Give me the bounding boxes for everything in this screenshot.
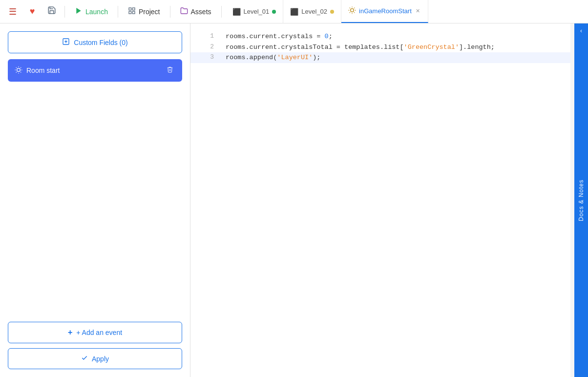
code-token: 'LayerUI' (277, 54, 313, 61)
docs-notes-button[interactable]: Docs & Notes (578, 176, 585, 225)
code-token: rooms (226, 44, 246, 51)
level01-icon: ⬛ (232, 8, 241, 16)
launch-tab-button[interactable]: Launch (69, 4, 114, 20)
docs-notes-chevron-icon: ‹ (574, 27, 588, 34)
main-content: Custom Fields (0) Room start + + Add an … (0, 23, 588, 377)
code-token: .current.crystalsTotal = templates.list[ (246, 44, 404, 51)
custom-fields-icon (62, 38, 70, 47)
code-token: rooms (226, 33, 246, 40)
custom-fields-label: Custom Fields (0) (74, 39, 127, 46)
svg-marker-0 (76, 8, 81, 14)
project-tab-label: Project (139, 8, 160, 16)
code-token: ); (313, 54, 320, 61)
svg-point-15 (17, 68, 21, 71)
left-panel: Custom Fields (0) Room start + + Add an … (0, 23, 190, 377)
svg-rect-1 (129, 8, 131, 10)
editor-tab-strip: ⬛ Level_01 ⬛ Level_02 inGameRoomStart ✕ (226, 0, 428, 23)
code-token: .append( (246, 54, 277, 61)
svg-line-13 (354, 8, 355, 8)
code-token: ; (329, 33, 333, 40)
code-panel: 1 rooms.current.crystals = 0; 2 rooms.cu… (190, 23, 574, 377)
code-token: 'GreenCrystal' (404, 44, 459, 51)
code-editor[interactable]: 1 rooms.current.crystals = 0; 2 rooms.cu… (190, 23, 574, 71)
code-token: .current.crystals = (246, 33, 325, 40)
launch-tab-label: Launch (85, 8, 108, 16)
favorites-button[interactable]: ♥ (23, 3, 41, 21)
save-button[interactable] (43, 3, 61, 21)
code-token: 0 (325, 33, 329, 40)
svg-line-19 (21, 72, 21, 72)
svg-line-23 (21, 67, 21, 67)
svg-rect-3 (129, 11, 131, 14)
room-start-event-item[interactable]: Room start (8, 59, 182, 82)
code-token: rooms (226, 54, 246, 61)
docs-notes-panel[interactable]: ‹ Docs & Notes (574, 23, 588, 377)
svg-rect-2 (132, 8, 135, 10)
event-item-left: Room start (15, 66, 60, 75)
line-number-1: 1 (198, 31, 214, 42)
scrollbar-track[interactable] (570, 23, 574, 377)
toolbar-separator-2 (118, 6, 118, 18)
check-icon (81, 355, 88, 363)
project-tab-button[interactable]: Project (122, 4, 166, 20)
code-text-1: rooms.current.crystals = 0; (226, 31, 333, 42)
heart-icon: ♥ (30, 6, 35, 17)
level02-dot (330, 10, 334, 14)
svg-line-22 (16, 72, 17, 72)
add-event-button[interactable]: + + Add an event (8, 322, 182, 343)
save-icon (47, 6, 56, 17)
apply-label: Apply (92, 355, 109, 363)
code-text-2: rooms.current.crystalsTotal = templates.… (226, 42, 495, 53)
tab-inGameRoomStart-label: inGameRoomStart (359, 7, 412, 15)
assets-tab-label: Assets (191, 8, 211, 16)
level02-icon: ⬛ (290, 8, 298, 16)
tab-level02[interactable]: ⬛ Level_02 (283, 0, 341, 23)
svg-line-9 (354, 12, 355, 13)
code-line-1: 1 rooms.current.crystals = 0; (190, 31, 574, 42)
add-event-label: + Add an event (76, 329, 122, 336)
inGameRoomStart-icon (348, 6, 356, 16)
event-item-label: Room start (26, 67, 60, 74)
svg-line-18 (16, 67, 17, 67)
project-icon (128, 7, 136, 17)
delete-event-button[interactable] (165, 65, 175, 76)
toolbar: ☰ ♥ Launch Project Assets (0, 0, 588, 23)
apply-button[interactable]: Apply (8, 348, 182, 369)
line-number-3: 3 (198, 52, 214, 63)
line-number-2: 2 (198, 42, 214, 52)
svg-line-12 (350, 12, 350, 13)
custom-fields-button[interactable]: Custom Fields (0) (8, 31, 182, 53)
code-token: ].length; (459, 44, 495, 51)
level01-dot (272, 10, 276, 14)
left-panel-spacer (8, 84, 182, 322)
svg-point-5 (351, 9, 354, 12)
toolbar-separator (64, 6, 65, 18)
svg-rect-4 (132, 11, 135, 14)
tab-level01[interactable]: ⬛ Level_01 (226, 0, 284, 23)
toolbar-separator-4 (221, 6, 222, 18)
code-line-2: 2 rooms.current.crystalsTotal = template… (190, 42, 574, 53)
assets-tab-button[interactable]: Assets (174, 4, 217, 20)
toolbar-separator-3 (170, 6, 170, 18)
svg-line-8 (350, 8, 350, 8)
tab-level01-label: Level_01 (244, 8, 270, 15)
hamburger-menu-button[interactable]: ☰ (4, 3, 21, 21)
code-text-3: rooms.append('LayerUI'); (226, 52, 320, 63)
tab-level02-label: Level_02 (301, 8, 327, 15)
tab-inGameRoomStart[interactable]: inGameRoomStart ✕ (341, 0, 428, 23)
launch-icon (75, 7, 83, 17)
assets-icon (180, 7, 188, 17)
code-line-3: 3 rooms.append('LayerUI'); (190, 52, 574, 63)
tab-close-button[interactable]: ✕ (415, 8, 421, 14)
room-start-icon (15, 66, 22, 75)
add-icon: + (68, 328, 72, 337)
